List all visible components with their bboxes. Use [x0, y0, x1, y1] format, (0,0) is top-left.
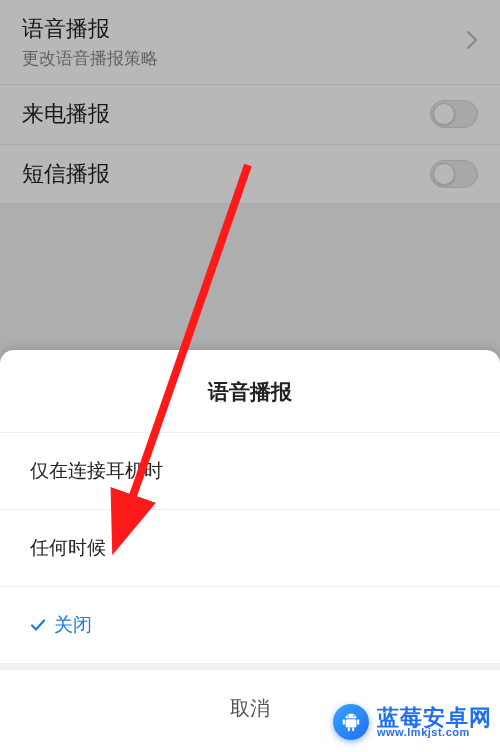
- sheet-cancel-label: 取消: [230, 697, 270, 719]
- checkmark-icon: [30, 617, 46, 633]
- sheet-option-off[interactable]: 关闭: [0, 587, 500, 664]
- action-sheet: 语音播报 仅在连接耳机时 任何时候 关闭 取消: [0, 350, 500, 752]
- sheet-option-label: 仅在连接耳机时: [30, 458, 163, 484]
- page-root: 语音播报 更改语音播报策略 来电播报 短信播报: [0, 0, 500, 752]
- sheet-option-headphones[interactable]: 仅在连接耳机时: [0, 433, 500, 510]
- sheet-option-label: 任何时候: [30, 535, 106, 561]
- sheet-option-label: 关闭: [54, 612, 92, 638]
- sheet-cancel-button[interactable]: 取消: [0, 664, 500, 752]
- sheet-option-always[interactable]: 任何时候: [0, 510, 500, 587]
- action-sheet-title: 语音播报: [0, 350, 500, 433]
